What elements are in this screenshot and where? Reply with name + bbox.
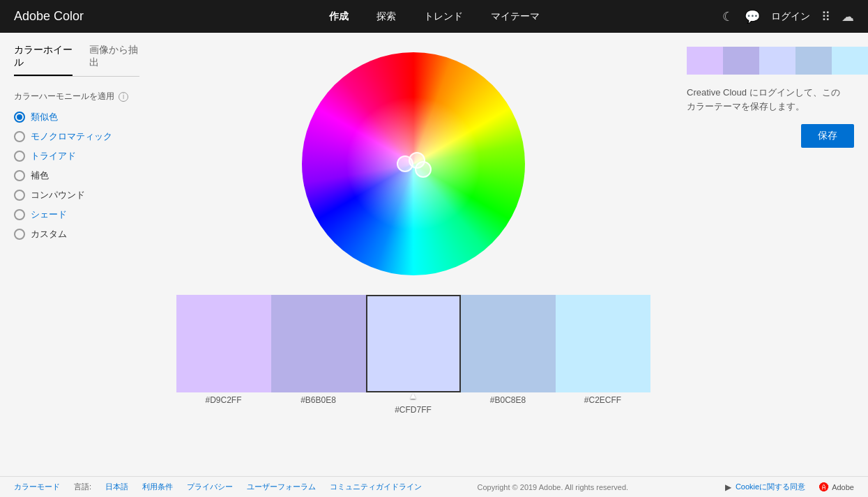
swatch-block-1[interactable] [176, 295, 271, 392]
mini-swatch-1[interactable] [687, 47, 723, 75]
main-nav: 作成 探索 トレンド マイテーマ [329, 10, 540, 23]
swatch-block-2[interactable] [271, 295, 366, 392]
page-wrapper: Adobe Color 作成 探索 トレンド マイテーマ ☾ 💬 ログイン ⠿ … [0, 0, 868, 497]
radio-label-custom: カスタム [31, 228, 67, 240]
footer-terms[interactable]: 利用条件 [142, 482, 173, 492]
swatch-col-1: #D9C2FF [176, 295, 271, 415]
nav-explore[interactable]: 探索 [376, 10, 396, 23]
radio-label-compound: コンパウンド [31, 189, 85, 201]
radio-label-mono: モノクロマティック [31, 130, 112, 143]
svg-point-3 [416, 162, 431, 177]
radio-triad[interactable]: トライアド [14, 150, 139, 162]
swatch-hex-3: #CFD7FF [395, 405, 432, 415]
footer-community[interactable]: コミュニティガイドライン [330, 482, 422, 492]
footer-privacy[interactable]: プライバシー [187, 482, 233, 492]
swatch-block-4[interactable] [461, 295, 556, 392]
tab-extract-image[interactable]: 画像から抽出 [89, 44, 139, 76]
radio-monochromatic[interactable]: モノクロマティック [14, 130, 139, 143]
radio-label-triad: トライアド [31, 150, 76, 162]
header: Adobe Color 作成 探索 トレンド マイテーマ ☾ 💬 ログイン ⠿ … [0, 0, 868, 33]
radio-complement[interactable]: 補色 [14, 169, 139, 182]
footer-cookie[interactable]: Cookieに関する同意 [736, 482, 805, 492]
radio-label-similar: 類似色 [31, 111, 58, 123]
footer-adobe: 🅐 Adobe [819, 482, 854, 493]
footer: カラーモード 言語: 日本語 利用条件 プライバシー ユーザーフォーラム コミュ… [0, 476, 868, 497]
login-button[interactable]: ログイン [771, 10, 810, 23]
swatch-hex-1: #D9C2FF [205, 395, 241, 405]
swatch-col-4: #B0C8E8 [461, 295, 556, 415]
footer-copyright: Copyright © 2019 Adobe. All rights reser… [477, 483, 628, 491]
mini-swatch-4[interactable] [795, 47, 832, 75]
app-logo: Adobe Color [14, 9, 84, 24]
play-icon: ▶ [725, 482, 731, 492]
mini-swatch-5[interactable] [832, 47, 868, 75]
mini-swatches [687, 47, 868, 75]
mini-swatch-3[interactable] [759, 47, 795, 75]
swatch-col-5: #C2ECFF [556, 295, 650, 415]
right-panel: Creative Cloud にログインして、このカラーテーマを保存します。 保… [673, 33, 868, 476]
nav-create[interactable]: 作成 [329, 10, 349, 23]
swatch-col-3: ▲ #CFD7FF [366, 295, 461, 415]
color-wheel-container[interactable] [302, 52, 525, 275]
info-icon[interactable]: i [119, 92, 128, 102]
swatches-row: #D9C2FF #B6B0E8 ▲ #CFD7FF #B0C8E8 [176, 295, 650, 415]
swatch-block-3[interactable]: ▲ [366, 295, 461, 392]
radio-circle-custom [14, 229, 25, 240]
radio-circle-triad [14, 151, 25, 162]
radio-similar[interactable]: 類似色 [14, 111, 139, 123]
color-wheel[interactable] [302, 52, 525, 275]
swatch-block-5[interactable] [556, 295, 650, 392]
radio-circle-similar [14, 112, 25, 123]
nav-trend[interactable]: トレンド [424, 10, 463, 23]
radio-label-comp: 補色 [31, 169, 49, 182]
content-area: カラーホイール 画像から抽出 カラーハーモニールを適用 i 類似色 モノクロマテ… [0, 33, 868, 476]
radio-circle-mono [14, 131, 25, 142]
harmony-label: カラーハーモニールを適用 i [14, 91, 139, 102]
profile-icon[interactable]: ☁ [842, 9, 854, 24]
nav-my-theme[interactable]: マイテーマ [491, 10, 540, 23]
footer-right: ▶ Cookieに関する同意 [725, 482, 805, 492]
swatch-active-arrow: ▲ [409, 390, 418, 401]
adobe-logo-icon: 🅐 [819, 482, 829, 493]
tab-color-wheel[interactable]: カラーホイール [14, 44, 73, 76]
swatch-hex-2: #B6B0E8 [300, 395, 336, 405]
radio-shade[interactable]: シェード [14, 208, 139, 221]
swatch-col-2: #B6B0E8 [271, 295, 366, 415]
apps-icon[interactable]: ⠿ [821, 9, 830, 24]
header-right: ☾ 💬 ログイン ⠿ ☁ [722, 9, 854, 24]
swatch-hex-4: #B0C8E8 [490, 395, 526, 405]
footer-forum[interactable]: ユーザーフォーラム [247, 482, 316, 492]
middle-panel: #D9C2FF #B6B0E8 ▲ #CFD7FF #B0C8E8 [153, 33, 673, 476]
save-text: Creative Cloud にログインして、このカラーテーマを保存します。 [687, 86, 840, 113]
harmony-options: 類似色 モノクロマティック トライアド 補色 コンパウンド [14, 111, 139, 240]
theme-icon[interactable]: ☾ [722, 9, 733, 24]
radio-circle-comp [14, 170, 25, 181]
radio-label-shade: シェード [31, 208, 67, 221]
mini-swatch-2[interactable] [723, 47, 759, 75]
save-button[interactable]: 保存 [801, 124, 854, 148]
left-panel: カラーホイール 画像から抽出 カラーハーモニールを適用 i 類似色 モノクロマテ… [0, 33, 153, 476]
footer-language-label: 言語: [74, 482, 91, 492]
radio-custom[interactable]: カスタム [14, 228, 139, 240]
swatch-hex-5: #C2ECFF [584, 395, 621, 405]
color-mode-link[interactable]: カラーモード [14, 482, 60, 492]
radio-compound[interactable]: コンパウンド [14, 189, 139, 201]
radio-circle-compound [14, 190, 25, 201]
chat-icon[interactable]: 💬 [745, 9, 760, 24]
radio-circle-shade [14, 209, 25, 220]
footer-lang-link[interactable]: 日本語 [105, 482, 128, 492]
